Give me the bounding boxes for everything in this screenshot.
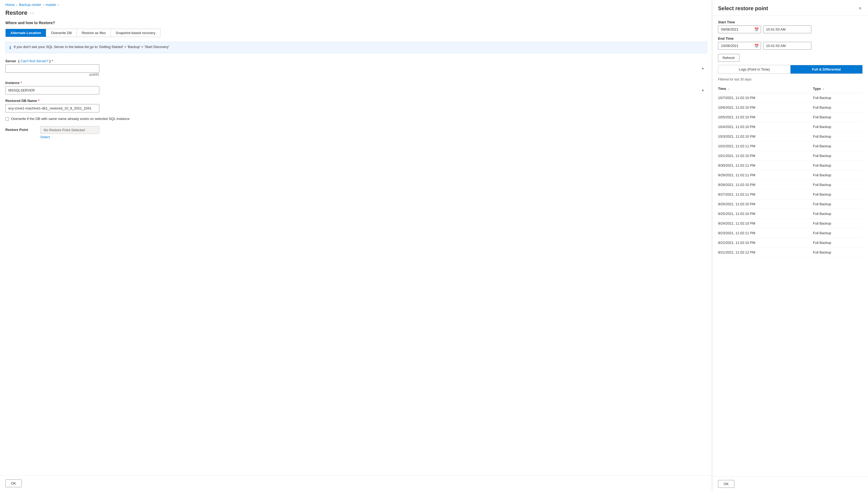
instance-dropdown[interactable]: MSSQLSERVER	[5, 86, 99, 94]
column-type[interactable]: Type ↕	[813, 85, 863, 93]
tab-full-differential[interactable]: Full & Differential	[790, 65, 863, 74]
refresh-button[interactable]: Refresh	[718, 54, 740, 62]
table-row[interactable]: 9/23/2021, 11:02:11 PMFull Backup	[718, 228, 863, 238]
table-row[interactable]: 9/27/2021, 11:02:11 PMFull Backup	[718, 190, 863, 199]
restored-db-required-mark: *	[38, 99, 39, 103]
more-options-icon[interactable]: ···	[30, 10, 34, 16]
table-row[interactable]: 9/28/2021, 11:02:10 PMFull Backup	[718, 180, 863, 190]
cell-type: Full Backup	[813, 122, 863, 132]
type-sort-icon: ↕	[823, 87, 824, 90]
panel-ok-button[interactable]: OK	[718, 480, 734, 488]
panel-body: Start Time 📅 End Time 📅 Refresh	[713, 16, 868, 476]
breadcrumb-home[interactable]: Home	[5, 3, 15, 7]
page-title-area: Restore ···	[0, 8, 713, 21]
start-time-inputs: 📅	[718, 26, 863, 33]
info-icon: ℹ	[9, 45, 11, 50]
close-panel-button[interactable]: ×	[858, 5, 863, 12]
cell-type: Full Backup	[813, 132, 863, 141]
end-time-row: End Time 📅	[718, 36, 863, 50]
instance-required-mark: *	[21, 81, 22, 85]
server-field-group: Server ( Can't find Server? ) * ▼ azdril…	[5, 59, 707, 77]
cell-time: 9/22/2021, 11:02:10 PM	[718, 238, 813, 248]
breadcrumb-backup-center[interactable]: Backup center	[19, 3, 41, 7]
breadcrumb-master[interactable]: master	[46, 3, 56, 7]
cell-time: 9/21/2021, 11:02:12 PM	[718, 248, 813, 257]
section-title: Where and how to Restore?	[5, 21, 707, 25]
panel-footer: OK	[713, 476, 868, 491]
tab-alternate-location[interactable]: Alternate Location	[6, 29, 46, 37]
panel-header: Select restore point ×	[713, 0, 868, 16]
cell-time: 10/5/2021, 11:02:10 PM	[718, 112, 813, 122]
restore-point-value: No Restore Point Selected Select	[40, 126, 99, 139]
overwrite-checkbox[interactable]	[5, 117, 9, 121]
cell-type: Full Backup	[813, 219, 863, 228]
cell-time: 10/3/2021, 11:02:10 PM	[718, 132, 813, 141]
cell-time: 10/6/2021, 11:02:10 PM	[718, 103, 813, 112]
table-row[interactable]: 10/3/2021, 11:02:10 PMFull Backup	[718, 132, 863, 141]
server-dropdown[interactable]	[5, 64, 99, 73]
table-header-row: Time ↓ Type ↕	[718, 85, 863, 93]
server-hint: azdrill1	[5, 73, 99, 77]
instance-field-group: Instance * MSSQLSERVER ▼	[5, 81, 707, 94]
table-row[interactable]: 9/22/2021, 11:02:10 PMFull Backup	[718, 238, 863, 248]
table-row[interactable]: 10/2/2021, 11:02:11 PMFull Backup	[718, 141, 863, 151]
cell-type: Full Backup	[813, 112, 863, 122]
table-row[interactable]: 10/7/2021, 11:02:10 PMFull Backup	[718, 93, 863, 103]
server-dropdown-arrow: ▼	[701, 67, 704, 70]
table-row[interactable]: 9/21/2021, 11:02:12 PMFull Backup	[718, 248, 863, 257]
select-restore-point-link[interactable]: Select	[40, 135, 99, 139]
table-row[interactable]: 10/4/2021, 11:02:10 PMFull Backup	[718, 122, 863, 132]
cell-type: Full Backup	[813, 161, 863, 170]
table-row[interactable]: 9/25/2021, 11:02:10 PMFull Backup	[718, 209, 863, 219]
info-box: ℹ If you don't see your SQL Server in th…	[5, 42, 707, 53]
table-row[interactable]: 10/1/2021, 11:02:10 PMFull Backup	[718, 151, 863, 161]
log-tabs: Logs (Point in Time) Full & Differential	[718, 65, 863, 74]
breadcrumb-sep-1: ›	[17, 3, 18, 7]
tab-restore-as-files[interactable]: Restore as files	[77, 29, 111, 37]
main-panel: Home › Backup center › master › Restore …	[0, 0, 713, 491]
tab-logs-point-in-time[interactable]: Logs (Point in Time)	[718, 65, 790, 74]
cell-time: 9/29/2021, 11:02:11 PM	[718, 170, 813, 180]
table-row[interactable]: 10/6/2021, 11:02:10 PMFull Backup	[718, 103, 863, 112]
tab-snapshot-recovery[interactable]: Snapshot-based recovery	[111, 29, 160, 37]
restored-db-field-group: Restored DB Name *	[5, 99, 707, 112]
end-time-input[interactable]	[763, 42, 811, 50]
start-date-input[interactable]	[718, 26, 761, 33]
end-date-input[interactable]	[718, 42, 761, 50]
table-row[interactable]: 9/26/2021, 11:02:10 PMFull Backup	[718, 199, 863, 209]
cell-time: 9/26/2021, 11:02:10 PM	[718, 199, 813, 209]
cell-time: 9/25/2021, 11:02:10 PM	[718, 209, 813, 219]
cell-time: 10/4/2021, 11:02:10 PM	[718, 122, 813, 132]
cant-find-server-link[interactable]: Can't find Server?	[20, 59, 48, 63]
table-row[interactable]: 10/5/2021, 11:02:10 PMFull Backup	[718, 112, 863, 122]
cell-time: 10/1/2021, 11:02:10 PM	[718, 151, 813, 161]
restore-type-tabs: Alternate Location Overwrite DB Restore …	[5, 29, 161, 37]
bottom-bar: OK	[0, 475, 713, 491]
tab-overwrite-db[interactable]: Overwrite DB	[46, 29, 77, 37]
cell-time: 9/24/2021, 11:02:10 PM	[718, 219, 813, 228]
table-row[interactable]: 9/24/2021, 11:02:10 PMFull Backup	[718, 219, 863, 228]
cell-type: Full Backup	[813, 199, 863, 209]
overwrite-checkbox-label[interactable]: Overwrite if the DB with same name alrea…	[11, 117, 129, 121]
breadcrumb-sep-3: ›	[58, 3, 59, 7]
info-message: If you don't see your SQL Server in the …	[14, 45, 169, 49]
table-body: 10/7/2021, 11:02:10 PMFull Backup10/6/20…	[718, 93, 863, 257]
restore-point-section: Restore Point No Restore Point Selected …	[5, 126, 707, 139]
end-date-wrapper: 📅	[718, 42, 761, 50]
server-required-mark: *	[52, 59, 53, 63]
restored-db-input[interactable]	[5, 104, 99, 112]
panel-title: Select restore point	[718, 5, 768, 11]
table-row[interactable]: 9/29/2021, 11:02:11 PMFull Backup	[718, 170, 863, 180]
cell-type: Full Backup	[813, 238, 863, 248]
cell-type: Full Backup	[813, 190, 863, 199]
table-row[interactable]: 9/30/2021, 11:02:11 PMFull Backup	[718, 161, 863, 170]
start-time-label: Start Time	[718, 20, 863, 24]
column-time[interactable]: Time ↓	[718, 85, 813, 93]
ok-button[interactable]: OK	[5, 480, 22, 487]
restored-db-label: Restored DB Name *	[5, 99, 707, 103]
select-restore-point-panel: Select restore point × Start Time 📅 End …	[713, 0, 868, 491]
start-time-input[interactable]	[763, 26, 811, 33]
time-sort-icon: ↓	[728, 87, 730, 90]
start-date-wrapper: 📅	[718, 26, 761, 33]
cell-type: Full Backup	[813, 103, 863, 112]
